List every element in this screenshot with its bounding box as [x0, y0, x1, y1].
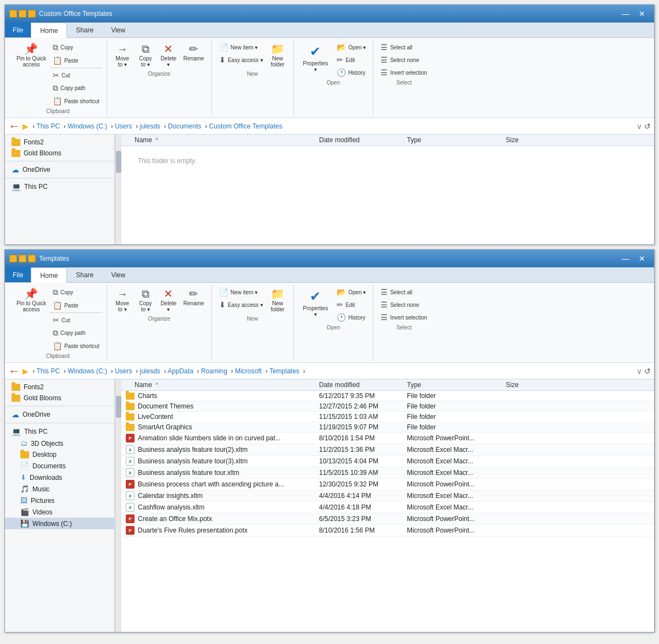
addr-julesds-2[interactable]: julesds	[140, 367, 160, 375]
cut-button-1[interactable]: ✂ Cut	[50, 69, 102, 81]
tab-file-1[interactable]: File	[5, 23, 31, 37]
select-none-button-1[interactable]: ☰ Select none	[378, 54, 429, 66]
addr-roaming-2[interactable]: Roaming	[201, 367, 227, 375]
addr-this-pc-1[interactable]: This PC	[36, 122, 60, 130]
minimize-button-1[interactable]: —	[618, 8, 633, 20]
table-row[interactable]: X Business analysis feature tour.xltm 11…	[121, 467, 654, 479]
addr-custom-office-1[interactable]: Custom Office Templates	[209, 122, 283, 130]
new-item-button-2[interactable]: 📄 New item ▾	[216, 286, 266, 298]
col-header-type-1[interactable]: Type	[407, 136, 506, 144]
paste-button-1[interactable]: 📋 Paste	[50, 54, 102, 66]
sidebar-item-onedrive-2[interactable]: ☁ OneDrive	[5, 408, 114, 421]
history-button-2[interactable]: 🕐 History	[334, 311, 368, 323]
copy-to-button-1[interactable]: ⧉ Copyto ▾	[135, 41, 157, 70]
sidebar-item-3d-objects-2[interactable]: 🗂 3D Objects	[5, 438, 114, 449]
sidebar-item-videos-2[interactable]: 🎬 Videos	[5, 506, 114, 518]
open-button-1[interactable]: 📂 Open ▾	[334, 41, 368, 53]
copy-path-button-2[interactable]: ⧉ Copy path	[50, 327, 102, 339]
sidebar-item-onedrive-1[interactable]: ☁ OneDrive	[5, 164, 114, 176]
select-all-button-1[interactable]: ☰ Select all	[378, 41, 429, 53]
copy-path-button-1[interactable]: ⧉ Copy path	[50, 82, 102, 94]
addr-microsoft-2[interactable]: Microsoft	[235, 367, 262, 375]
table-row[interactable]: Charts 6/12/2017 9:35 PM File folder	[121, 391, 654, 401]
addr-appdata-2[interactable]: AppData	[167, 367, 193, 375]
paste-shortcut-button-1[interactable]: 📋 Paste shortcut	[50, 95, 102, 107]
col-header-size-2[interactable]: Size	[506, 381, 550, 389]
table-row[interactable]: P Create an Office Mix.potx 6/5/2015 3:2…	[121, 513, 654, 525]
sidebar-item-fonts2-1[interactable]: Fonts2	[5, 137, 114, 148]
new-folder-button-1[interactable]: 📁 Newfolder	[267, 41, 289, 70]
sidebar-item-music-2[interactable]: 🎵 Music	[5, 483, 114, 495]
tab-home-2[interactable]: Home	[31, 267, 67, 283]
rename-button-2[interactable]: ✏ Rename	[181, 286, 207, 309]
tab-share-1[interactable]: Share	[67, 23, 102, 37]
addr-documents-1[interactable]: Documents	[168, 122, 202, 130]
table-row[interactable]: P Business process chart with ascending …	[121, 479, 654, 490]
new-item-button-1[interactable]: 📄 New item ▾	[216, 41, 266, 53]
history-button-1[interactable]: 🕐 History	[334, 66, 368, 79]
sidebar-item-this-pc-2[interactable]: 💻 This PC	[5, 425, 114, 438]
edit-button-2[interactable]: ✏ Edit	[334, 299, 368, 311]
move-to-button-1[interactable]: → Moveto ▾	[111, 41, 133, 70]
tab-view-1[interactable]: View	[102, 23, 134, 37]
tab-share-2[interactable]: Share	[67, 267, 102, 282]
table-row[interactable]: Document Themes 12/27/2015 2:46 PM File …	[121, 401, 654, 412]
sidebar-scrollbar-2[interactable]	[115, 379, 121, 632]
delete-button-2[interactable]: ✕ Delete▾	[158, 286, 180, 315]
easy-access-button-1[interactable]: ⬇ Easy access ▾	[216, 54, 266, 66]
invert-selection-button-2[interactable]: ☰ Invert selection	[378, 311, 429, 323]
sidebar-item-gold-blooms-2[interactable]: Gold Blooms	[5, 393, 114, 404]
sidebar-item-documents-2[interactable]: 📄 Documents	[5, 460, 114, 472]
sidebar-item-desktop-2[interactable]: Desktop	[5, 449, 114, 460]
refresh-button-1[interactable]: ↺	[644, 122, 651, 131]
copy-button-1[interactable]: ⧉ Copy	[50, 41, 102, 54]
delete-button-1[interactable]: ✕ Delete▾	[158, 41, 180, 70]
close-button-1[interactable]: ✕	[634, 8, 650, 20]
move-to-button-2[interactable]: → Moveto ▾	[111, 286, 133, 315]
addr-julesds-1[interactable]: julesds	[140, 122, 160, 130]
addr-windows-c-1[interactable]: Windows (C:)	[68, 122, 107, 130]
invert-selection-button-1[interactable]: ☰ Invert selection	[378, 66, 429, 79]
table-row[interactable]: LiveContent 11/15/2015 1:03 AM File fold…	[121, 412, 654, 422]
select-none-button-2[interactable]: ☰ Select none	[378, 299, 429, 311]
col-header-date-2[interactable]: Date modified	[319, 381, 407, 389]
select-all-button-2[interactable]: ☰ Select all	[378, 286, 429, 298]
table-row[interactable]: X Business analysis feature tour(3).xltm…	[121, 456, 654, 467]
easy-access-button-2[interactable]: ⬇ Easy access ▾	[216, 299, 266, 311]
sidebar-item-this-pc-1[interactable]: 💻 This PC	[5, 181, 114, 193]
edit-button-1[interactable]: ✏ Edit	[334, 54, 368, 66]
minimize-button-2[interactable]: —	[618, 253, 633, 265]
tab-file-2[interactable]: File	[5, 267, 31, 282]
sidebar-item-downloads-2[interactable]: ⬇ Downloads	[5, 472, 114, 483]
addr-users-1[interactable]: Users	[115, 122, 132, 130]
col-header-name-1[interactable]: Name ^	[121, 136, 319, 144]
properties-button-2[interactable]: ✔ Properties▾	[298, 286, 333, 320]
col-header-date-1[interactable]: Date modified	[319, 136, 407, 144]
sidebar-item-gold-blooms-1[interactable]: Gold Blooms	[5, 148, 114, 159]
pin-to-quick-access-button-2[interactable]: 📌 Pin to Quickaccess	[14, 286, 49, 315]
close-button-2[interactable]: ✕	[634, 253, 650, 265]
table-row[interactable]: X Business analysis feature tour(2).xltm…	[121, 444, 654, 456]
cut-button-2[interactable]: ✂ Cut	[50, 314, 102, 326]
sidebar-item-fonts2-2[interactable]: Fonts2	[5, 382, 114, 393]
table-row[interactable]: X Calendar insights.xltm 4/4/2016 4:14 P…	[121, 490, 654, 502]
table-row[interactable]: P Animation slide Numbers slide in on cu…	[121, 433, 654, 444]
new-folder-button-2[interactable]: 📁 Newfolder	[267, 286, 289, 315]
sidebar-item-pictures-2[interactable]: 🖼 Pictures	[5, 495, 114, 506]
tab-view-2[interactable]: View	[102, 267, 134, 282]
addr-this-pc-2[interactable]: This PC	[36, 367, 60, 375]
paste-shortcut-button-2[interactable]: 📋 Paste shortcut	[50, 340, 102, 352]
copy-to-button-2[interactable]: ⧉ Copyto ▾	[135, 286, 157, 315]
tab-home-1[interactable]: Home	[31, 23, 67, 38]
rename-button-1[interactable]: ✏ Rename	[181, 41, 207, 64]
addr-users-2[interactable]: Users	[115, 367, 132, 375]
sidebar-scrollbar-1[interactable]	[115, 135, 121, 244]
open-button-2[interactable]: 📂 Open ▾	[334, 286, 368, 298]
properties-button-1[interactable]: ✔ Properties▾	[298, 41, 333, 75]
table-row[interactable]: SmartArt Graphics 11/19/2015 9:07 PM Fil…	[121, 422, 654, 433]
addr-windows-c-2[interactable]: Windows (C:)	[68, 367, 107, 375]
paste-button-2[interactable]: 📋 Paste	[50, 299, 102, 311]
col-header-size-1[interactable]: Size	[506, 136, 550, 144]
refresh-button-2[interactable]: ↺	[644, 367, 651, 376]
copy-button-2[interactable]: ⧉ Copy	[50, 286, 102, 299]
